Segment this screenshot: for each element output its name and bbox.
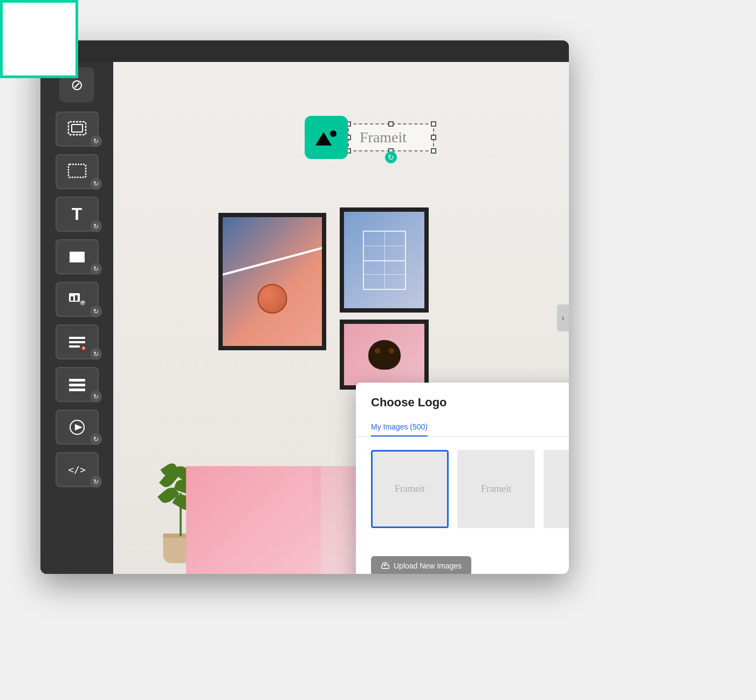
text-badge: ↻ bbox=[90, 220, 102, 232]
svg-rect-10 bbox=[69, 379, 85, 382]
frame-dog bbox=[340, 320, 429, 390]
modal-footer: Upload New Images Cancel Upload bbox=[356, 556, 569, 574]
toolbar: ⊘ ↻ ↻ T ↻ bbox=[40, 62, 113, 574]
list-badge: ↻ bbox=[90, 391, 102, 403]
logo-canvas-element[interactable]: ↻ Frameit bbox=[305, 116, 434, 159]
svg-rect-12 bbox=[69, 389, 85, 391]
svg-rect-11 bbox=[69, 384, 85, 386]
svg-rect-7 bbox=[69, 341, 85, 343]
upload-new-images-button[interactable]: Upload New Images bbox=[371, 556, 471, 574]
handle-tr[interactable] bbox=[431, 121, 436, 127]
modal-title: Choose Logo bbox=[371, 396, 569, 410]
toolbar-item-mockup-frame[interactable]: ↻ bbox=[50, 109, 104, 149]
right-panel-toggle[interactable]: › bbox=[557, 304, 569, 331]
handle-mr[interactable] bbox=[431, 135, 436, 140]
logo-text: Frameit bbox=[360, 129, 407, 145]
image-thumb-3[interactable]: F bbox=[544, 450, 569, 528]
modal-header: Choose Logo bbox=[356, 383, 569, 418]
toolbar-item-text-blocks[interactable]: ↻ bbox=[50, 322, 104, 362]
image-thumb-1[interactable]: Frameit bbox=[371, 450, 449, 528]
toolbar-item-image[interactable]: ↻ bbox=[50, 237, 104, 277]
toolbar-item-brand[interactable]: ↻ bbox=[50, 279, 104, 320]
svg-marker-14 bbox=[75, 424, 83, 431]
pink-area bbox=[186, 466, 321, 574]
svg-rect-6 bbox=[69, 337, 85, 339]
modal-body: Frameit Frameit F F bbox=[356, 437, 569, 556]
handle-tm[interactable] bbox=[388, 121, 394, 127]
image-thumb-2[interactable]: Frameit bbox=[457, 450, 535, 528]
tab-my-images[interactable]: My Images (500) bbox=[371, 418, 428, 436]
upload-cloud-icon bbox=[381, 562, 389, 570]
app-window: ⊘ ↻ ↻ T ↻ bbox=[40, 40, 569, 574]
brand-badge: ↻ bbox=[90, 306, 102, 317]
title-bar bbox=[40, 40, 569, 62]
logo-icon bbox=[305, 116, 348, 159]
image-thumb-1-label: Frameit bbox=[395, 483, 425, 495]
rotate-handle[interactable]: ↻ bbox=[385, 151, 397, 163]
code-badge: ↻ bbox=[90, 476, 102, 488]
handle-br[interactable] bbox=[431, 148, 436, 154]
mockup-frame-badge: ↻ bbox=[90, 135, 102, 147]
selection-badge: ↻ bbox=[90, 178, 102, 190]
image-badge: ↻ bbox=[90, 263, 102, 275]
toolbar-item-text[interactable]: T ↻ bbox=[50, 194, 104, 234]
frame-basketball bbox=[218, 213, 326, 350]
svg-point-3 bbox=[72, 254, 75, 257]
toolbar-item-list[interactable]: ↻ bbox=[50, 364, 104, 405]
svg-rect-8 bbox=[69, 345, 80, 348]
frame-tennis bbox=[340, 207, 429, 313]
logo-text-box: ↻ Frameit bbox=[348, 123, 434, 151]
choose-logo-modal: Choose Logo My Images (500) Frameit Fram… bbox=[356, 383, 569, 574]
toolbar-item-code[interactable]: </> ↻ bbox=[50, 449, 104, 490]
modal-tabs: My Images (500) bbox=[356, 418, 569, 437]
image-thumb-2-label: Frameit bbox=[481, 483, 511, 495]
svg-rect-1 bbox=[72, 124, 83, 132]
toolbar-item-selection[interactable]: ↻ bbox=[50, 151, 104, 192]
video-badge: ↻ bbox=[90, 433, 102, 445]
upload-new-label: Upload New Images bbox=[394, 562, 462, 570]
toolbar-item-video[interactable]: ↻ bbox=[50, 407, 104, 447]
green-accent bbox=[0, 0, 78, 78]
svg-rect-2 bbox=[68, 164, 86, 177]
text-blocks-badge: ↻ bbox=[90, 348, 102, 360]
canvas-area[interactable]: ↻ Frameit › Choose Logo My Images (500) bbox=[113, 62, 569, 574]
image-grid: Frameit Frameit F F bbox=[371, 450, 569, 528]
svg-rect-0 bbox=[68, 122, 86, 135]
svg-point-15 bbox=[330, 130, 336, 137]
